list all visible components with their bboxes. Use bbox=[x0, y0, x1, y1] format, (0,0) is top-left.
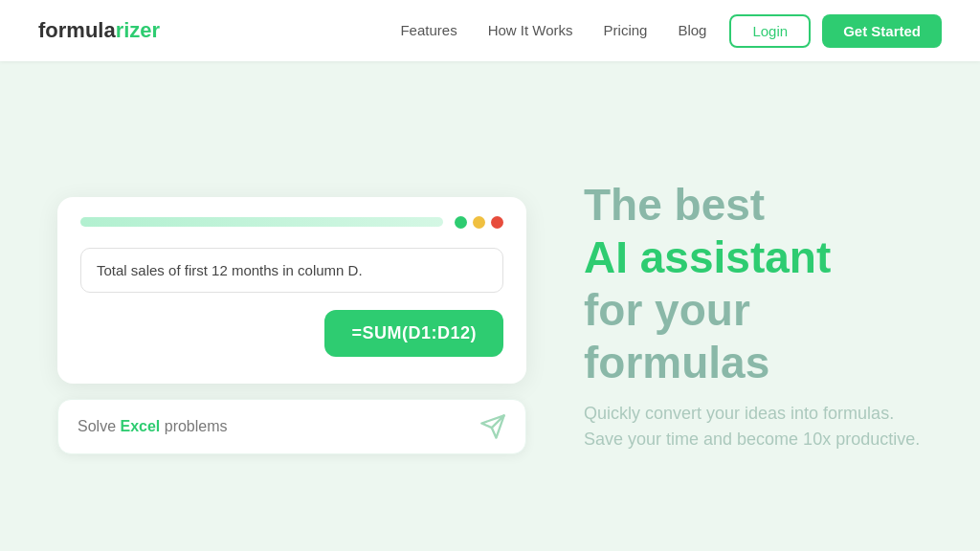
right-section: The best AI assistant for your formulas … bbox=[526, 179, 923, 473]
formula-input-display: Total sales of first 12 months in column… bbox=[80, 248, 503, 293]
nav-item-features[interactable]: Features bbox=[400, 22, 457, 39]
nav-links: Features How It Works Pricing Blog bbox=[400, 22, 706, 39]
login-button[interactable]: Login bbox=[729, 14, 811, 48]
nav-item-pricing[interactable]: Pricing bbox=[604, 22, 648, 39]
logo-formula: formula bbox=[38, 18, 116, 42]
search-highlight: Excel bbox=[120, 418, 160, 434]
dot-yellow bbox=[473, 216, 485, 229]
dot-green bbox=[455, 216, 467, 229]
formula-output: =SUM(D1:D12) bbox=[80, 310, 503, 357]
logo: formularizer bbox=[38, 18, 160, 43]
hero-ai-highlight: AI assistant bbox=[584, 232, 831, 282]
hero-title: The best AI assistant for your formulas bbox=[584, 179, 923, 390]
search-suffix: problems bbox=[160, 418, 227, 434]
search-text: Solve Excel problems bbox=[78, 418, 479, 435]
logo-rizer: rizer bbox=[116, 18, 160, 42]
hero-subtitle: Quickly convert your ideas into formulas… bbox=[584, 401, 923, 452]
send-icon[interactable] bbox=[479, 413, 506, 440]
search-bar[interactable]: Solve Excel problems bbox=[57, 399, 526, 454]
get-started-button[interactable]: Get Started bbox=[822, 14, 942, 48]
card-titlebar bbox=[80, 216, 503, 229]
formula-card: Total sales of first 12 months in column… bbox=[57, 197, 526, 384]
navbar: formularizer Features How It Works Prici… bbox=[0, 0, 980, 61]
nav-item-how-it-works[interactable]: How It Works bbox=[488, 22, 573, 39]
dot-red bbox=[491, 216, 503, 229]
traffic-lights bbox=[455, 216, 503, 229]
main-content: Total sales of first 12 months in column… bbox=[0, 61, 980, 551]
search-prefix: Solve bbox=[78, 418, 120, 434]
formula-badge: =SUM(D1:D12) bbox=[324, 310, 503, 357]
titlebar-bar bbox=[80, 217, 443, 227]
nav-item-blog[interactable]: Blog bbox=[678, 22, 706, 39]
hero-line1: The best bbox=[584, 179, 923, 231]
left-section: Total sales of first 12 months in column… bbox=[57, 197, 526, 454]
hero-line2: AI assistant bbox=[584, 231, 923, 284]
hero-line3: for your formulas bbox=[584, 284, 923, 389]
